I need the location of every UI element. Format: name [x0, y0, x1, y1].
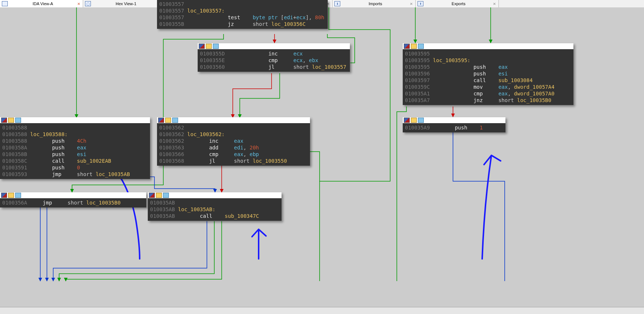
disasm-body: 010035AB 010035AB loc_10035AB: 010035AB … [148, 199, 282, 221]
node-icon [418, 44, 424, 49]
close-icon[interactable]: ✕ [492, 1, 497, 6]
bb-loc-10035AB[interactable]: 010035AB 010035AB loc_10035AB: 010035AB … [148, 192, 282, 221]
bb-loc-1003562[interactable]: 01003562 01003562 loc_1003562: 01003562 … [157, 117, 310, 166]
node-icon [8, 193, 14, 198]
node-icon [199, 44, 205, 49]
node-titlebar[interactable] [157, 117, 310, 124]
tab-label: Exports [425, 1, 492, 6]
disasm-body: 01003595 01003595 loc_1003595: 01003595 … [403, 50, 573, 105]
disasm-body: 01003562 01003562 loc_1003562: 01003562 … [157, 124, 310, 166]
node-icon [156, 193, 162, 198]
bb-loc-1003557[interactable]: 01003557 01003557 loc_1003557: 01003557 … [157, 0, 328, 29]
node-icon [15, 193, 21, 198]
tab-icon: ◯ [85, 1, 91, 7]
bb-010035A9[interactable]: 010035A9 push 1 [403, 117, 505, 132]
node-titlebar[interactable] [403, 43, 573, 50]
node-titlebar[interactable] [0, 117, 150, 124]
node-icon [411, 44, 417, 49]
bb-loc-1003588[interactable]: 01003588 01003588 loc_1003588: 01003588 … [0, 117, 150, 179]
horizontal-scrollbar[interactable] [0, 307, 644, 314]
node-icon [172, 118, 178, 123]
node-icon [163, 193, 169, 198]
node-icon [149, 193, 155, 198]
disasm-body: 01003557 01003557 loc_1003557: 01003557 … [157, 0, 328, 29]
tab-label: Imports [342, 1, 409, 6]
bb-0100355D[interactable]: 0100355D inc ecx 0100355E cmp ecx, ebx 0… [198, 43, 350, 72]
tab-imports[interactable]: ⬇ Imports ✕ [333, 0, 416, 7]
node-icon [404, 44, 410, 49]
node-titlebar[interactable] [0, 192, 146, 199]
tab-label: IDA View-A [10, 1, 76, 6]
node-icon [206, 44, 212, 49]
node-icon [418, 118, 424, 123]
disasm-body: 0100355D inc ecx 0100355E cmp ecx, ebx 0… [198, 50, 350, 72]
tab-ida-view-a[interactable]: IDA View-A ✕ [0, 0, 83, 7]
disasm-body: 01003588 01003588 loc_1003588: 01003588 … [0, 124, 150, 179]
disasm-body: 0100356A jmp short loc_10035B0 [0, 199, 146, 207]
bb-loc-1003595[interactable]: 01003595 01003595 loc_1003595: 01003595 … [403, 43, 573, 105]
bb-0100356A[interactable]: 0100356A jmp short loc_10035B0 [0, 192, 146, 207]
tab-icon: ⬇ [334, 1, 341, 7]
tab-icon: ⬆ [417, 1, 424, 7]
node-icon [1, 193, 7, 198]
node-icon [8, 118, 14, 123]
node-icon [411, 118, 417, 123]
tab-hex-view-1[interactable]: ◯ Hex View-1 ✕ [83, 0, 166, 7]
close-icon[interactable]: ✕ [409, 1, 414, 6]
node-icon [213, 44, 219, 49]
tab-label: Hex View-1 [93, 1, 159, 6]
node-icon [158, 118, 164, 123]
tab-exports[interactable]: ⬆ Exports ✕ [416, 0, 499, 7]
node-titlebar[interactable] [403, 117, 505, 124]
graph-view[interactable]: 01003557 01003557 loc_1003557: 01003557 … [0, 7, 644, 314]
node-icon [1, 118, 7, 123]
node-icon [15, 118, 21, 123]
node-titlebar[interactable] [148, 192, 282, 199]
node-icon [165, 118, 171, 123]
node-titlebar[interactable] [198, 43, 350, 50]
tab-icon [1, 1, 8, 7]
close-icon[interactable]: ✕ [76, 1, 81, 6]
disasm-body: 010035A9 push 1 [403, 124, 505, 132]
node-icon [404, 118, 410, 123]
